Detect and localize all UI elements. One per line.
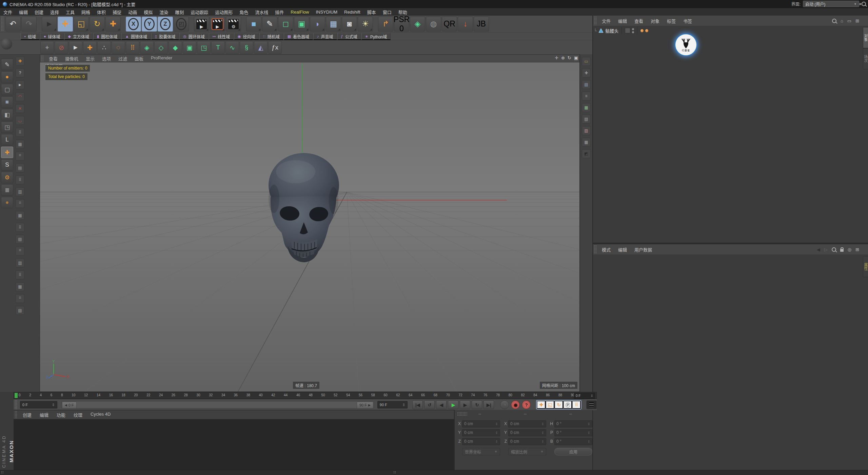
material-menu-item[interactable]: Cycles 4D <box>86 412 115 418</box>
field-button[interactable]: ▯ 胶囊体域 <box>151 33 179 40</box>
mode-palette-button[interactable]: ✚ <box>1 147 13 158</box>
menu-item[interactable]: 雕刻 <box>172 9 187 15</box>
viewport-menu-item[interactable]: 摄像机 <box>61 55 82 62</box>
mode-palette-button[interactable]: ◳ <box>1 121 13 133</box>
mograph-button[interactable]: ◆ <box>169 41 182 54</box>
rotate-tool-icon[interactable]: ↻ <box>90 17 105 32</box>
filter-icon[interactable]: ▭ <box>847 18 851 23</box>
palette-button[interactable]: ≡ <box>582 92 591 100</box>
keyframe-selection-button[interactable]: ? <box>522 400 531 409</box>
object-manager[interactable]: └ 骷髅头 行鹿者 <box>593 26 868 243</box>
palette-button[interactable]: ◡ <box>16 116 24 125</box>
viewport-menu-item[interactable]: 过滤 <box>115 55 131 62</box>
mograph-button[interactable]: ◈ <box>140 41 154 54</box>
viewport-3d[interactable]: 查看摄像机显示选项过滤面板ProRender ✛⊕↻▣ 透视视图 Number … <box>40 54 580 392</box>
menu-item[interactable]: 动画 <box>125 9 140 15</box>
spinner-icon[interactable]: ⇕ <box>591 394 593 398</box>
menu-item[interactable]: 捕捉 <box>109 9 125 15</box>
field-button[interactable]: ↦ 线性域 <box>209 33 234 40</box>
mograph-button[interactable]: ⠿ <box>126 41 139 54</box>
toggle-views-icon[interactable]: ▣ <box>574 55 578 60</box>
array-instance-icon[interactable]: ▣ <box>294 17 309 32</box>
render-view-icon[interactable]: ▶ <box>194 17 209 32</box>
object-manager-menu-item[interactable]: 查看 <box>631 18 647 24</box>
menu-item[interactable]: 文件 <box>0 9 16 15</box>
menu-item[interactable]: 创建 <box>31 9 47 15</box>
autokey-button[interactable]: ◉ <box>511 400 520 409</box>
toolbar-grip[interactable] <box>1 16 4 32</box>
tab-attributes[interactable]: 属性 <box>863 256 868 277</box>
viewport-menu-item[interactable]: 面板 <box>131 55 147 62</box>
palette-button[interactable]: ▤ <box>16 306 24 315</box>
interface-dropdown[interactable]: 启动 (用户) ▼ <box>803 1 859 7</box>
search-icon[interactable] <box>832 19 836 23</box>
palette-button[interactable]: ▦ <box>582 103 591 112</box>
material-manager[interactable]: 创建编辑功能纹理Cycles 4D <box>14 410 454 470</box>
field-button[interactable]: ● 球体域 <box>40 33 64 40</box>
field-button[interactable]: ▲ 圆锥体域 <box>121 33 151 40</box>
material-menu-item[interactable]: 创建 <box>19 412 36 418</box>
key-position-button[interactable]: ✚ <box>537 401 546 409</box>
material-menu-item[interactable]: 功能 <box>53 412 70 418</box>
mograph-button[interactable]: ✦ <box>40 41 54 54</box>
menu-item[interactable]: 运动图形 <box>212 9 236 15</box>
menu-item[interactable]: 窗口 <box>379 9 395 15</box>
palette-button[interactable]: ▩ <box>582 138 591 147</box>
palette-button[interactable]: ▥ <box>16 259 24 267</box>
field-button[interactable]: ▪ 组域 <box>20 33 40 40</box>
goto-end-button[interactable]: ▶| <box>484 400 494 409</box>
mograph-button[interactable]: ◳ <box>197 41 211 54</box>
coord-input[interactable]: 0 cm⇕ <box>508 420 546 428</box>
mograph-button[interactable]: ✚ <box>83 41 97 54</box>
coord-input[interactable]: 0 °⇕ <box>554 438 592 445</box>
new-panel-icon[interactable]: ⊞ <box>855 247 859 252</box>
lock-z-axis-icon[interactable]: Z <box>158 17 173 32</box>
mode-palette-button[interactable]: ✎ <box>1 59 13 70</box>
mode-palette-button[interactable]: ● <box>1 71 13 83</box>
palette-button[interactable]: ▤ <box>16 164 24 172</box>
palette-button[interactable]: ⠿ <box>16 128 24 137</box>
menu-item[interactable]: 流水线 <box>252 9 272 15</box>
lock-icon[interactable] <box>840 249 844 252</box>
rotate-view-icon[interactable]: ↻ <box>568 55 571 60</box>
coord-input[interactable]: 0 °⇕ <box>554 429 592 436</box>
palette-button[interactable]: ⠿ <box>16 175 24 184</box>
field-button[interactable]: ◆ 立方体域 <box>64 33 93 40</box>
palette-button[interactable]: ◩ <box>582 149 591 158</box>
mode-palette-button[interactable]: S <box>1 159 13 171</box>
object-manager-menu-item[interactable]: 书签 <box>679 18 696 24</box>
key-pla-button[interactable]: ⠿ <box>572 401 581 409</box>
camera-icon[interactable]: ◙ <box>342 17 357 32</box>
last-tool-icon[interactable]: ✚ <box>105 17 121 32</box>
search-icon[interactable] <box>862 2 866 6</box>
coord-input[interactable]: 0 cm⇕ <box>462 420 500 428</box>
render-settings-icon[interactable]: ⚙ <box>226 17 241 32</box>
plugin-diamond-icon[interactable]: ◈ <box>410 17 425 32</box>
attribute-manager-menu-item[interactable]: 模式 <box>598 246 614 253</box>
palette-button[interactable]: ▤ <box>582 80 591 89</box>
object-row[interactable]: └ 骷髅头 <box>594 27 648 34</box>
play-button[interactable]: ▶ <box>448 400 458 409</box>
menu-item[interactable]: 角色 <box>236 9 252 15</box>
mode-palette-button[interactable]: L <box>1 134 13 146</box>
viewport-menu-item[interactable]: 显示 <box>82 55 98 62</box>
slider-end-grip[interactable]: 90 F▶ <box>357 402 373 408</box>
material-menu-item[interactable]: 编辑 <box>36 412 53 418</box>
current-frame-marker[interactable] <box>15 393 18 398</box>
menu-item[interactable]: 渲染 <box>156 9 172 15</box>
size-mode-dropdown[interactable]: 缩放比例▼ <box>508 448 546 455</box>
palette-button[interactable]: ✕ <box>16 104 24 113</box>
mograph-button[interactable]: ◭ <box>254 41 268 54</box>
palette-button[interactable]: ▦ <box>16 140 24 149</box>
menu-item[interactable]: 编辑 <box>16 9 31 15</box>
key-scale-button[interactable]: ◱ <box>546 401 554 409</box>
viewport-menu-item[interactable]: ProRender <box>147 55 176 62</box>
status-grip[interactable] <box>393 471 396 474</box>
mograph-button[interactable]: ∿ <box>225 41 239 54</box>
lock-x-axis-icon[interactable]: X <box>126 17 141 32</box>
undo-icon[interactable]: ↶ <box>5 17 21 32</box>
panel-grip[interactable] <box>594 16 597 25</box>
menu-item[interactable]: 选择 <box>47 9 62 15</box>
phong-tag-icon[interactable] <box>645 29 648 32</box>
mograph-button[interactable]: ∴ <box>97 41 111 54</box>
